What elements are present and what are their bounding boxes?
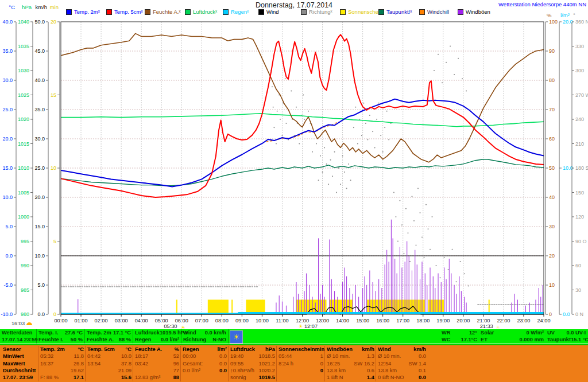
- status-row: Temp. 2m17.1 °C: [87, 329, 131, 336]
- svg-text:24:00: 24:00: [537, 318, 551, 323]
- status-cell-temp-aussen: Temp. 2m17.1 °CFeuchte A.88 %: [85, 329, 133, 344]
- stats-cell-info: 13.8 km: [327, 367, 346, 374]
- stats-cell-value: 1019.5: [259, 374, 275, 381]
- stats-cell: 13:5437.8: [87, 360, 131, 367]
- status-label: Taupunkt: [547, 336, 571, 343]
- svg-text:35.0: 35.0: [34, 107, 45, 112]
- stats-cell-info: 12:54: [378, 360, 391, 367]
- stats-cell-value: 0.0: [219, 367, 227, 374]
- status-cell-uv: UV0.0 UV-ITaupunkt15.1 °C: [546, 329, 587, 344]
- svg-text:995: 995: [21, 239, 29, 244]
- legend-item-temp-2m[interactable]: Temp. 2mˣ: [66, 9, 100, 15]
- svg-text:14:00: 14:00: [336, 318, 349, 323]
- status-value: 12°: [469, 329, 477, 336]
- stats-col-header: Windkm/h: [378, 346, 426, 353]
- stats-row-label: 17.07. 23:59: [3, 374, 37, 381]
- stats-col-windboeen: Windböenkm/hØ 10 min.1.316:25SW 16.213.8…: [324, 346, 374, 381]
- svg-text:13:00: 13:00: [316, 318, 329, 323]
- svg-text:1040: 1040: [18, 19, 29, 25]
- svg-text:10.0: 10.0: [34, 253, 45, 259]
- status-row: Temp. I.27.6 °C: [38, 329, 83, 336]
- svg-text:15:00: 15:00: [356, 318, 369, 323]
- status-label: Regen: [135, 336, 151, 343]
- svg-text:270 W: 270 W: [575, 92, 588, 98]
- legend-item-windchill[interactable]: Windchill: [419, 9, 449, 15]
- legend-item-wind[interactable]: Wind: [258, 9, 279, 15]
- legend-item-feuchte-a[interactable]: Feuchte A.ˣ: [145, 9, 181, 15]
- svg-text:12:00: 12:00: [296, 318, 309, 323]
- svg-text:50: 50: [549, 165, 555, 171]
- svg-text:1015: 1015: [18, 141, 29, 147]
- legend-item-sonnenschein[interactable]: Sonnenschein: [340, 9, 382, 15]
- legend-item-taupunkt[interactable]: Taupunkt!ˣ: [378, 9, 412, 15]
- svg-text:11:00: 11:00: [276, 318, 288, 323]
- stats-cell: 1 Bft N1.4: [327, 374, 374, 381]
- status-label: Feuchte A.: [87, 336, 114, 343]
- status-value: 88 %: [119, 336, 131, 343]
- legend-item-temp-5cm[interactable]: Temp. 5cmˣ: [106, 9, 143, 15]
- stats-cell-info: Gesamt:: [183, 360, 203, 367]
- stats-cell: 0: [278, 367, 323, 374]
- axis-C: 40.035.030.025.020.015.010.05.00.0-5.0-1…: [1, 4, 16, 317]
- svg-text:22:00: 22:00: [497, 318, 510, 323]
- stats-col-header: Windböenkm/h: [327, 346, 374, 353]
- svg-text:06:00: 06:00: [175, 318, 188, 323]
- svg-text:07:00: 07:00: [195, 318, 208, 323]
- svg-text:16:00: 16:00: [376, 318, 389, 323]
- status-label: Solar: [481, 329, 494, 336]
- svg-text:70: 70: [549, 107, 555, 112]
- status-row: 17.07.14 23:59: [2, 336, 34, 343]
- stats-cell-value: 0.1: [419, 367, 426, 374]
- stats-cell: 0.0 l/m²0.0: [183, 367, 227, 374]
- status-value: 50 %: [71, 336, 83, 343]
- stats-cell-value: 21.09: [118, 367, 131, 374]
- svg-text:60: 60: [549, 136, 555, 142]
- status-value: 27.6 °C: [65, 329, 83, 336]
- legend-swatch-sonnenschein: [340, 9, 346, 15]
- stats-cell: 16:3726.8: [40, 360, 84, 367]
- legend-item-luftdruck[interactable]: Luftdruckˣ: [185, 9, 217, 15]
- legend-swatch-wind: [258, 9, 264, 15]
- stats-cell: 19.62: [40, 367, 84, 374]
- axis-hPa: 1040103510301025102010151010100510009959…: [18, 4, 33, 317]
- legend-item-windboeen[interactable]: Windböen: [458, 9, 490, 15]
- svg-text:01:00: 01:00: [75, 318, 88, 323]
- solar-noon-icon: ☀: [298, 323, 303, 329]
- stats-col-title: Sonnenschein: [278, 346, 315, 353]
- status-label: 17.07.14 23:59: [2, 336, 38, 343]
- svg-text:5.0: 5.0: [5, 224, 13, 229]
- status-row: ET0.000 mm: [481, 336, 544, 343]
- legend-swatch-windboeen: [458, 9, 463, 15]
- stats-cell-value: 11.8: [74, 353, 84, 360]
- stats-cell-value: 26.8: [74, 360, 84, 367]
- svg-text:0: 0: [53, 311, 56, 317]
- weather-chart-plot[interactable]: 40.035.030.025.020.015.010.05.00.0-5.0-1…: [0, 0, 588, 329]
- stats-col-title: Wind: [378, 346, 391, 353]
- stats-cell: 0 Bft N-NO0.0: [378, 374, 426, 381]
- svg-text:990: 990: [21, 263, 29, 268]
- legend-item-regen[interactable]: Regenˣ: [223, 9, 249, 15]
- svg-text:-10.0: -10.0: [1, 311, 13, 317]
- stats-cell-info: 04:42: [87, 353, 100, 360]
- stats-cell: Ø 10 min.1.3: [327, 353, 374, 360]
- legend-swatch-richtung: [301, 9, 307, 15]
- stats-cell-info: 8:24 h: [278, 360, 293, 367]
- stats-col-title: Temp. 2m: [40, 346, 65, 353]
- stats-col-unit: °C: [126, 346, 131, 353]
- stats-cell-value: 1: [320, 353, 323, 360]
- svg-text:08:00: 08:00: [215, 318, 229, 323]
- svg-text:0 N: 0 N: [575, 311, 583, 317]
- stats-cell-value: 0.0: [419, 374, 426, 381]
- svg-text:03:00: 03:00: [115, 318, 128, 323]
- stats-cell-value: 1020.2: [259, 367, 275, 374]
- stats-cell-info: 13.8 km: [378, 367, 397, 374]
- stats-col-header: Regenl/m²: [183, 346, 227, 353]
- stats-cell: 00:000.0: [183, 353, 227, 360]
- status-value: 17.1 °C: [113, 329, 131, 336]
- legend-item-richtung[interactable]: Richtungˣ: [301, 9, 332, 15]
- svg-text:50.0: 50.0: [34, 19, 45, 25]
- axis-: 360 N330300270 W240210180 S15012090 O603…: [572, 12, 588, 317]
- svg-text:240: 240: [575, 116, 584, 122]
- svg-text:25.0: 25.0: [2, 107, 13, 112]
- stats-cell-info: 16:25: [327, 360, 340, 367]
